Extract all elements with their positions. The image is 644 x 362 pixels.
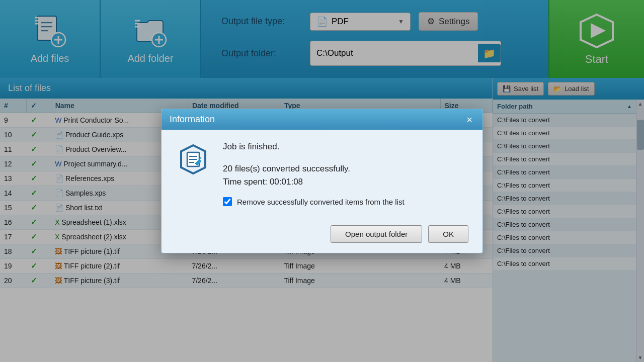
modal-overlay: Information × Job is finished. [0, 0, 644, 362]
modal-body: Job is finished. 20 files(s) converted s… [162, 130, 482, 218]
print-conductor-icon [177, 143, 209, 175]
modal-message-1: Job is finished. [223, 142, 468, 152]
modal-message-3: Time spent: 00:01:08 [223, 177, 468, 187]
ok-button[interactable]: OK [428, 225, 468, 243]
modal-titlebar: Information × [162, 109, 482, 130]
modal-close-button[interactable]: × [464, 115, 474, 125]
modal-icon-area [176, 142, 211, 177]
checkbox-label: Remove successfully converted items from… [237, 198, 405, 206]
modal-title: Information [170, 114, 215, 125]
information-dialog: Information × Job is finished. [161, 109, 483, 253]
remove-converted-checkbox[interactable] [223, 197, 232, 206]
open-output-folder-button[interactable]: Open output folder [331, 225, 422, 243]
modal-message-2: 20 files(s) converted successfully. [223, 164, 468, 174]
modal-content: Job is finished. 20 files(s) converted s… [223, 142, 468, 206]
modal-footer: Open output folder OK [162, 218, 482, 253]
modal-checkbox-row: Remove successfully converted items from… [223, 197, 468, 206]
